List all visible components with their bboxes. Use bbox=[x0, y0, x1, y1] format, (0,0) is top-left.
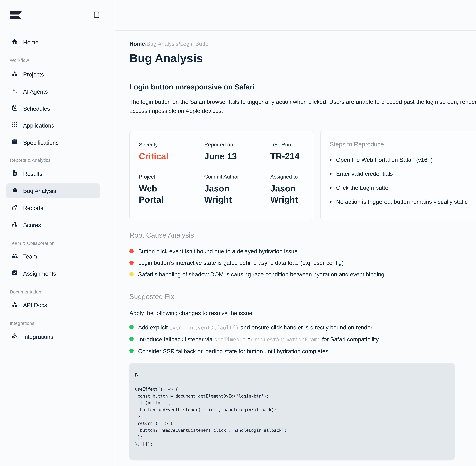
severity-value: Critical bbox=[139, 151, 180, 162]
code-line: button.addEventListener('click', handleL… bbox=[135, 407, 448, 413]
detail-value: Web Portal bbox=[139, 183, 180, 205]
code-line: }; bbox=[135, 434, 448, 441]
sidebar-item-reports[interactable]: Reports bbox=[6, 200, 100, 215]
bug-details-card: Severity Critical Reported on June 13 Te… bbox=[129, 131, 313, 220]
detail-label: Test Run bbox=[270, 141, 304, 147]
logo-mark-bottom bbox=[10, 15, 22, 19]
status-dot-icon bbox=[129, 337, 134, 341]
page-title: Bug Analysis bbox=[129, 52, 476, 65]
sidebar-item-label: Schedules bbox=[23, 105, 50, 112]
status-dot-icon bbox=[129, 349, 134, 353]
sidebar-item-label: Reports bbox=[23, 205, 43, 211]
clipboard-check-icon bbox=[12, 270, 18, 277]
people-icon bbox=[12, 253, 18, 260]
sparkles-icon bbox=[12, 88, 18, 95]
sidebar-section-reports-analytics: Reports & Analytics bbox=[10, 158, 50, 163]
breadcrumb-home[interactable]: Home bbox=[129, 41, 145, 47]
steps-heading: Steps to Reproduce bbox=[330, 141, 476, 148]
shapes-icon bbox=[12, 301, 18, 309]
list-item: Safari’s handling of shadow DOM is causi… bbox=[129, 271, 476, 278]
breadcrumb-separator: / bbox=[179, 41, 180, 47]
sidebar-section-workflow: Workflow bbox=[10, 58, 29, 63]
list-item: Introduce fallback listener via setTimeo… bbox=[129, 335, 476, 343]
list-item: Enter valid credentials bbox=[330, 170, 476, 177]
fix-text-part: Introduce fallback listener via bbox=[138, 336, 214, 342]
clipboard-icon bbox=[12, 139, 18, 146]
sidebar-item-ai-agents[interactable]: AI Agents bbox=[6, 84, 100, 99]
sidebar-item-team[interactable]: Team bbox=[6, 249, 100, 264]
detail-label: Assigned to bbox=[270, 174, 304, 180]
sidebar-item-results[interactable]: Results bbox=[6, 166, 100, 181]
code-line: useEffect(() => { bbox=[135, 386, 448, 393]
inline-code: requestAnimationFrame bbox=[254, 337, 320, 343]
sidebar-item-integrations[interactable]: Integrations bbox=[6, 329, 100, 344]
code-line: const button = document.getElementById('… bbox=[135, 393, 448, 400]
sidebar-section-documentation: Documentation bbox=[10, 289, 41, 294]
fix-text-part: and ensure click handler is directly bou… bbox=[239, 324, 373, 330]
trend-chart-icon bbox=[12, 204, 18, 212]
main-content: Home/Bug Analysis/Login Button Bug Analy… bbox=[115, 31, 476, 460]
steps-to-reproduce-card: Steps to Reproduce Open the Web Portal o… bbox=[320, 131, 476, 220]
sidebar-item-label: Projects bbox=[23, 71, 44, 78]
sidebar-item-label: Home bbox=[23, 39, 38, 46]
top-header: ? DC bbox=[115, 0, 476, 31]
list-item: Consider SSR fallback or loading state f… bbox=[129, 347, 476, 355]
status-dot-icon bbox=[129, 325, 134, 329]
breadcrumb-current: Login Button bbox=[180, 41, 211, 47]
code-line: }, []); bbox=[135, 441, 448, 448]
sidebar-item-projects[interactable]: Projects bbox=[6, 67, 100, 82]
breadcrumb-separator: / bbox=[145, 41, 146, 47]
shapes-icon bbox=[12, 70, 18, 78]
steps-list: Open the Web Portal on Safari (v16+) Ent… bbox=[330, 156, 476, 205]
sidebar-toggle-button[interactable] bbox=[93, 12, 100, 19]
sidebar-item-schedules[interactable]: Schedules bbox=[6, 101, 100, 116]
bullet-dot-icon bbox=[330, 173, 331, 175]
code-line: } bbox=[135, 413, 448, 420]
sidebar-item-api-docs[interactable]: API Docs bbox=[6, 298, 100, 312]
inline-code: setTimeout bbox=[214, 337, 246, 343]
step-text: No action is triggered; button remains v… bbox=[336, 198, 467, 205]
sidebar-item-home[interactable]: Home bbox=[6, 35, 100, 49]
root-cause-heading: Root Cause Analysis bbox=[129, 231, 476, 239]
list-item: Open the Web Portal on Safari (v16+) bbox=[330, 156, 476, 163]
detail-project: Project Web Portal bbox=[139, 174, 204, 205]
status-dot-icon bbox=[129, 249, 134, 253]
detail-value: Jason Wright bbox=[204, 183, 245, 205]
breadcrumb: Home/Bug Analysis/Login Button bbox=[129, 41, 476, 47]
issue-description: The login button on the Safari browser f… bbox=[129, 97, 476, 115]
code-line: if (button) { bbox=[135, 400, 448, 407]
list-item: Login button’s interactive state is gate… bbox=[129, 259, 476, 267]
detail-label: Severity bbox=[139, 141, 204, 147]
detail-label: Project bbox=[139, 174, 204, 180]
fix-text: Introduce fallback listener via setTimeo… bbox=[138, 335, 379, 343]
sidebar-item-assignments[interactable]: Assignments bbox=[6, 266, 100, 281]
sidebar-item-label: Bug Analysis bbox=[23, 187, 56, 194]
sidebar-item-scores[interactable]: Scores bbox=[6, 218, 100, 232]
code-language-label: js bbox=[135, 371, 448, 377]
sidebar: Home Workflow Projects AI Agents Schedul… bbox=[0, 0, 115, 466]
list-item: Add explicit event.preventDefault() and … bbox=[129, 324, 476, 332]
step-text: Click the Login button bbox=[336, 184, 391, 191]
detail-label: Reported on bbox=[204, 141, 270, 147]
list-item: Click the Login button bbox=[330, 184, 476, 191]
webhook-icon bbox=[12, 333, 18, 341]
sidebar-item-applications[interactable]: Applications bbox=[6, 118, 100, 133]
calendar-icon bbox=[12, 105, 18, 113]
suggested-fix-list: Add explicit event.preventDefault() and … bbox=[129, 324, 476, 355]
sidebar-item-label: AI Agents bbox=[23, 88, 48, 95]
detail-test-run: Test Run TR-214 bbox=[270, 141, 304, 162]
code-block: js useEffect(() => { const button = docu… bbox=[129, 363, 455, 460]
sidebar-item-label: Integrations bbox=[23, 333, 53, 340]
sidebar-item-bug-analysis[interactable]: Bug Analysis bbox=[6, 184, 100, 198]
fix-text-part: for Safari compatibility bbox=[320, 336, 379, 342]
bullet-dot-icon bbox=[330, 159, 331, 161]
step-text: Enter valid credentials bbox=[336, 170, 393, 177]
fix-text: Add explicit event.preventDefault() and … bbox=[138, 324, 373, 332]
detail-reported-on: Reported on June 13 bbox=[204, 141, 270, 162]
file-report-icon bbox=[12, 170, 18, 177]
breadcrumb-bug-analysis[interactable]: Bug Analysis bbox=[146, 41, 179, 47]
suggested-fix-intro: Apply the following changes to resolve t… bbox=[129, 310, 476, 316]
detail-value: TR-214 bbox=[270, 151, 304, 162]
sidebar-item-specifications[interactable]: Specifications bbox=[6, 135, 100, 150]
app-logo[interactable] bbox=[10, 11, 22, 19]
